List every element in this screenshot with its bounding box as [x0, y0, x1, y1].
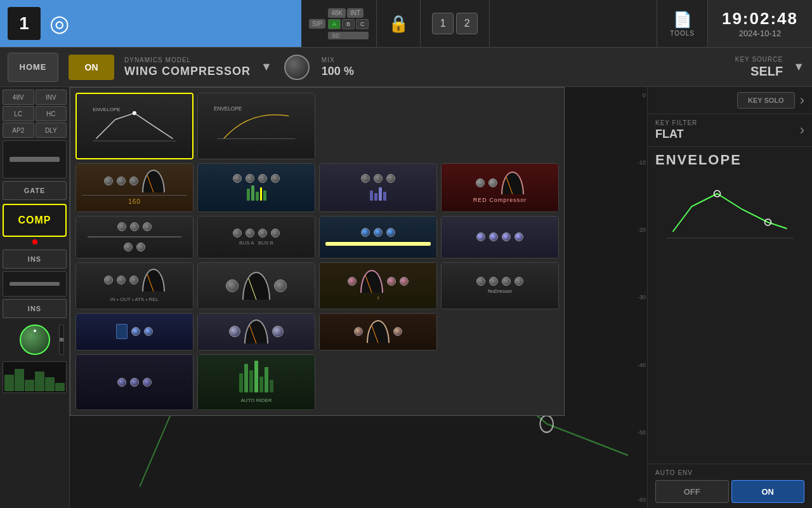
fader-mini[interactable] [59, 324, 64, 355]
db-label-40: -40 [629, 362, 646, 368]
thumb-even-knobs [361, 228, 395, 237]
thumb-knob-3 [129, 177, 138, 185]
thumb-ns-knobs [476, 277, 523, 286]
thumb-red3-text: RED Compressor [473, 197, 527, 203]
sidebar-fader-1[interactable] [3, 140, 67, 178]
plugin-bdx160[interactable]: 160 BDX 160 COMP [75, 163, 193, 212]
thumb-knob-6 [258, 174, 267, 183]
key-source-dropdown-arrow[interactable]: ▼ [793, 60, 804, 74]
sip-btn-c[interactable]: C [356, 19, 369, 29]
right-arrow[interactable]: › [800, 92, 804, 109]
tools-section[interactable]: 📄 TOOLS [657, 0, 707, 47]
clock-date: 2024-10-12 [739, 29, 782, 38]
meter-ar5 [259, 377, 263, 392]
sidebar-btn-dly[interactable]: DLY [36, 123, 67, 138]
plugin-psela[interactable]: PSE/LA COMBO [319, 313, 437, 351]
plugin-bdx560[interactable]: BDX 560 EASY [197, 163, 315, 212]
ins1-button[interactable]: INS [3, 250, 67, 269]
thumb-red3-vu [501, 171, 524, 194]
plugin-lta100[interactable]: LTA100 LEVELER [197, 313, 315, 351]
thumb-wave-k2 [130, 378, 139, 387]
num-btn-2[interactable]: 2 [456, 13, 478, 34]
plugin-red3[interactable]: RED Compressor RED3 COMPRESSOR [441, 163, 559, 212]
gate-button[interactable]: GATE [3, 181, 67, 200]
thumb-nostressor: NuDressor [442, 263, 558, 309]
thumb-s9k-k2 [130, 222, 139, 231]
thumb-76l-k1 [104, 276, 113, 284]
key-source-main: SELF [750, 64, 783, 79]
thumb-76l-needle [146, 271, 154, 291]
sip-btn-a[interactable]: A [328, 19, 341, 29]
svg-line-7 [154, 126, 173, 138]
sidebar-btn-48v[interactable]: 48V [3, 90, 34, 105]
channel-number[interactable]: 1 [8, 7, 41, 40]
thumb-soul9000 [76, 217, 193, 258]
lock-section[interactable]: 🔒 [377, 0, 421, 47]
home-button[interactable]: HOME [8, 53, 58, 82]
volume-knob-dot [34, 330, 36, 332]
tools-label: TOOLS [670, 30, 695, 37]
volume-knob[interactable] [20, 324, 50, 355]
thumb-lta-k1 [229, 326, 240, 337]
thumb-bdx160-knobs [104, 170, 165, 192]
plugin-wing-compressor[interactable]: ENVELOPE WING COMPRESSOR [75, 93, 193, 159]
plugin-wave-designer[interactable]: WAVE DESIGNER [75, 354, 193, 410]
thumb-ns-k3 [502, 277, 511, 286]
plugin-auto-rider[interactable]: AUTO RIDER AUTO RIDER [197, 354, 315, 410]
sidebar-btn-ap2[interactable]: AP2 [3, 123, 34, 138]
plugin-laleveler[interactable]: LA LEVELER [197, 262, 315, 309]
plugin-wing-expander[interactable]: ENVELOPE WING EXPANDER [197, 93, 315, 159]
thumb-sb-k4 [271, 229, 280, 237]
thumb-draw-more-inner [320, 164, 436, 211]
channel-section: 1 ◎ [0, 0, 301, 47]
thumb-soulbus-knobs [233, 229, 280, 237]
key-solo-button[interactable]: KEY SOLO [737, 92, 795, 109]
thumb-even [320, 217, 436, 258]
meter-bar-3 [25, 380, 34, 391]
plugin-eternal[interactable]: ETERNAL BLISS [441, 216, 559, 258]
thumb-s9k-k3 [143, 222, 152, 231]
plugin-draw-more-comp[interactable]: DRAW MORE COMP [319, 163, 437, 212]
comp-button[interactable]: COMP [3, 204, 67, 237]
db-label-60: -60 [629, 497, 646, 503]
plugin-even[interactable]: EVEN COMP/LIM [319, 216, 437, 258]
auto-env-off-button[interactable]: OFF [655, 480, 729, 503]
num-btn-1[interactable]: 1 [432, 13, 454, 34]
sidebar-btn-hc[interactable]: HC [36, 106, 67, 121]
thumb-nostressor-inner: NuDressor [442, 263, 558, 309]
plugin-label-lta100: LTA100 LEVELER [198, 350, 315, 351]
thumb-eternal-knobs [476, 232, 523, 241]
plugin-label-nostressor: NO-STRESSOR [442, 309, 558, 309]
thumb-bdx560-meters [247, 185, 266, 201]
thumb-wave-inner [76, 355, 193, 410]
mix-sub: MIX [322, 57, 354, 64]
plugin-label-bdx160: BDX 160 COMP [76, 211, 193, 212]
thumb-vu-needle-1 [146, 172, 154, 192]
db-label-10: -10 [629, 159, 646, 166]
plugin-nostressor[interactable]: NuDressor NO-STRESSOR [441, 262, 559, 309]
plugin-soul9000[interactable]: SOUL 9000 [75, 216, 193, 258]
plugin-pia2250[interactable]: PIA2250 RACK [75, 313, 193, 351]
sip-badge: SIP [309, 19, 325, 29]
sip-btn-b[interactable]: B [342, 19, 355, 29]
plugin-soulbus[interactable]: BUS A BUS B SOUL BUS COMP [197, 216, 315, 258]
plugin-76limiter[interactable]: IN • OUT • ATK • REL 76 LIMITER AMP [75, 262, 193, 309]
plugin-label-wing-expander: WING EXPANDER [198, 159, 315, 159]
thumb-draw-more-meters [370, 185, 386, 201]
on-button[interactable]: ON [69, 55, 114, 80]
auto-env-on-button[interactable]: ON [731, 480, 805, 503]
mix-knob[interactable] [284, 55, 310, 80]
empty-cells [319, 93, 559, 159]
svg-text:ENVELOPE: ENVELOPE [214, 107, 242, 112]
thumb-soul9000-knobs2 [124, 243, 145, 251]
sidebar-btn-inv[interactable]: INV [36, 90, 67, 105]
dynamics-dropdown-arrow[interactable]: ▼ [261, 60, 272, 74]
top-bar: 1 ◎ SIP 48K INT A B C SC 🔒 1 2 📄 TOOLS 1… [0, 0, 812, 48]
sip-btn-row[interactable]: A B C [328, 19, 369, 29]
plugin-fairchild[interactable]: f FAIR KID [319, 262, 437, 309]
sidebar-mini-fader[interactable] [3, 271, 67, 297]
main-area: 48V INV LC HC AP2 DLY GATE COMP INS INS [0, 87, 812, 508]
key-filter-arrow[interactable]: › [800, 122, 804, 138]
ins2-button[interactable]: INS [3, 299, 67, 318]
sidebar-btn-lc[interactable]: LC [3, 106, 34, 121]
